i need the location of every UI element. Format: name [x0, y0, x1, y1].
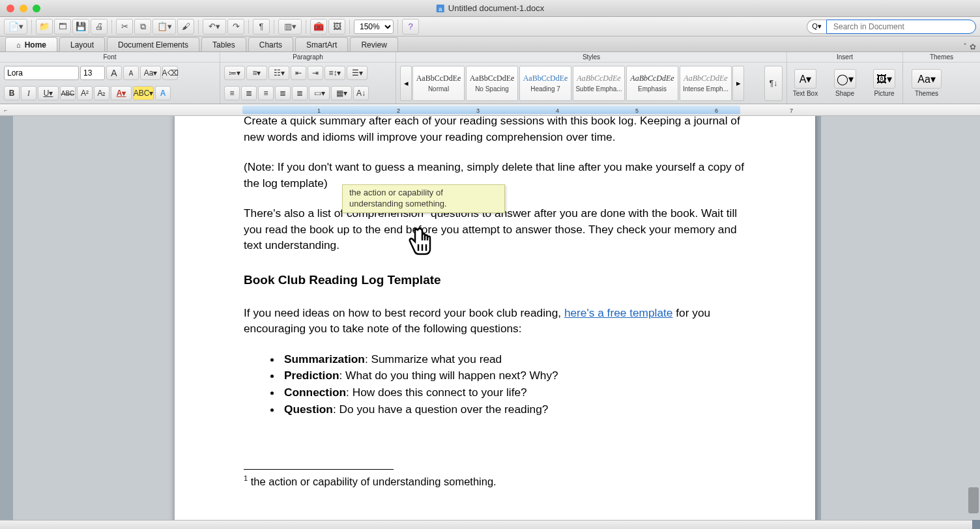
titlebar: a Untitled document-1.docx	[0, 0, 980, 17]
media-browser-button[interactable]: 🖼	[328, 19, 345, 35]
strikethrough-button[interactable]: ABC	[60, 86, 76, 100]
ribbon-tabbar: ⌂Home Layout Document Elements Tables Ch…	[0, 36, 980, 52]
copy-button[interactable]: ⧉	[134, 19, 151, 35]
cut-button[interactable]: ✂	[116, 19, 133, 35]
close-window-button[interactable]	[7, 5, 14, 12]
style-heading7[interactable]: AaBbCcDdEeHeading 7	[519, 66, 571, 101]
highlight-button[interactable]: ABC▾	[133, 86, 154, 100]
minimize-window-button[interactable]	[20, 5, 27, 12]
numbering-button[interactable]: ≡▾	[246, 66, 267, 80]
ribbon-settings-button[interactable]: ✿	[970, 42, 976, 51]
shading-button[interactable]: ▭▾	[309, 86, 330, 100]
tab-charts[interactable]: Charts	[248, 37, 293, 51]
page[interactable]: Create a quick summary after each of you…	[175, 116, 815, 520]
styles-scroll-left[interactable]: ◂	[400, 66, 412, 101]
open-button[interactable]: 📁	[36, 19, 53, 35]
subscript-button[interactable]: A₂	[94, 86, 109, 100]
superscript-button[interactable]: A²	[77, 86, 93, 100]
bullets-button[interactable]: ≔▾	[224, 66, 245, 80]
font-name-input[interactable]	[4, 66, 79, 80]
clear-formatting-button[interactable]: A⌫	[162, 66, 178, 80]
style-nospacing[interactable]: AaBbCcDdEeNo Spacing	[466, 66, 518, 101]
tab-layout[interactable]: Layout	[59, 37, 105, 51]
document-viewport[interactable]: Create a quick summary after each of you…	[0, 116, 980, 520]
zoom-window-button[interactable]	[33, 5, 40, 12]
align-left-button[interactable]: ≡	[224, 86, 240, 100]
format-painter-button[interactable]: 🖌	[177, 19, 194, 35]
align-center-button[interactable]: ≣	[241, 86, 257, 100]
tab-review[interactable]: Review	[350, 37, 397, 51]
list-item[interactable]: Question: Do you have a question over th…	[281, 401, 746, 418]
insert-shape-button[interactable]: ◯▾Shape	[831, 65, 859, 102]
styles-pane-button[interactable]: ¶↓	[764, 66, 783, 101]
page-content[interactable]: Create a quick summary after each of you…	[175, 116, 815, 489]
tab-tables[interactable]: Tables	[201, 37, 246, 51]
styles-group: ◂ AaBbCcDdEeNormal AaBbCcDdEeNo Spacing …	[396, 63, 787, 104]
insert-picture-button[interactable]: 🖼▾Picture	[870, 65, 899, 102]
tab-home[interactable]: ⌂Home	[5, 37, 57, 51]
justify-button[interactable]: ≣	[275, 86, 291, 100]
line-spacing-button[interactable]: ≡↕▾	[324, 66, 345, 80]
font-group: A A Aa▾ A⌫ B I U▾ ABC A² A₂ A▾ ABC▾ A	[0, 63, 220, 104]
hyperlink[interactable]: here's a free template	[564, 306, 673, 319]
font-size-input[interactable]	[80, 66, 105, 80]
save-button[interactable]: 💾	[72, 19, 89, 35]
tab-stop-selector[interactable]: ⌐	[0, 104, 12, 116]
list-item[interactable]: Summarization: Summarize what you read	[281, 351, 746, 367]
search-scope-button[interactable]: Q▾	[807, 20, 826, 34]
word-doc-icon: a	[436, 4, 445, 13]
multilevel-button[interactable]: ☷▾	[268, 66, 289, 80]
text-direction-button[interactable]: ☰▾	[347, 66, 368, 80]
tab-document-elements[interactable]: Document Elements	[107, 37, 199, 51]
home-icon: ⌂	[16, 41, 21, 49]
horizontal-scrollbar[interactable]	[0, 520, 972, 529]
distributed-button[interactable]: ≣	[292, 86, 308, 100]
bold-button[interactable]: B	[4, 86, 20, 100]
borders-button[interactable]: ▦▾	[331, 86, 352, 100]
undo-button[interactable]: ↶▾	[203, 19, 226, 35]
list-item[interactable]: Prediction: What do you thing will happe…	[281, 367, 746, 384]
footnote[interactable]: 1 the action or capability of understand…	[244, 474, 746, 489]
horizontal-ruler[interactable]: ⌐ 1 2 3 4 5 6 7	[0, 104, 980, 116]
search-input[interactable]	[826, 20, 976, 34]
body-paragraph[interactable]: Create a quick summary after each of you…	[244, 116, 746, 145]
style-subtle-emphasis[interactable]: AaBbCcDdEeSubtle Empha...	[573, 66, 625, 101]
styles-scroll-right[interactable]: ▸	[732, 66, 744, 101]
insert-textbox-button[interactable]: A▾Text Box	[791, 65, 820, 102]
style-intense-emphasis[interactable]: AaBbCcDdEeIntense Emph...	[680, 66, 732, 101]
style-emphasis[interactable]: AaBbCcDdEeEmphasis	[626, 66, 678, 101]
change-case-button[interactable]: Aa▾	[140, 66, 161, 80]
sidebar-toggle-button[interactable]: ▥▾	[278, 19, 302, 35]
list-item[interactable]: Connection: How does this connect to you…	[281, 384, 746, 401]
print-button[interactable]: 🖨	[91, 19, 108, 35]
zoom-select[interactable]: 150%	[354, 20, 394, 34]
text-effects-button[interactable]: A	[155, 86, 171, 100]
ribbon-group-labels: Font Paragraph Styles Insert Themes	[0, 52, 980, 63]
font-color-button[interactable]: A▾	[111, 86, 132, 100]
open-url-button[interactable]: 🗔	[54, 19, 71, 35]
sort-button[interactable]: A↓	[353, 86, 369, 100]
italic-button[interactable]: I	[21, 86, 36, 100]
toolbox-button[interactable]: 🧰	[310, 19, 327, 35]
vertical-scrollbar-thumb[interactable]	[968, 487, 979, 513]
show-formatting-button[interactable]: ¶	[253, 19, 270, 35]
tab-smartart[interactable]: SmartArt	[295, 37, 348, 51]
new-doc-button[interactable]: 📄▾	[4, 19, 27, 35]
themes-group: Aa▾Themes	[903, 63, 980, 104]
align-right-button[interactable]: ≡	[258, 86, 274, 100]
pointer-cursor-icon	[406, 225, 435, 256]
decrease-indent-button[interactable]: ⇤	[291, 66, 306, 80]
style-normal[interactable]: AaBbCcDdEeNormal	[412, 66, 465, 101]
themes-button[interactable]: Aa▾Themes	[907, 65, 946, 102]
redo-button[interactable]: ↷	[227, 19, 244, 35]
paste-button[interactable]: 📋▾	[152, 19, 176, 35]
body-paragraph[interactable]: If you need ideas on how to best record …	[244, 305, 746, 337]
underline-button[interactable]: U▾	[38, 86, 59, 100]
bullet-list[interactable]: Summarization: Summarize what you read P…	[244, 351, 746, 417]
heading[interactable]: Book Club Reading Log Template	[244, 272, 746, 289]
help-button[interactable]: ?	[402, 19, 419, 35]
collapse-ribbon-button[interactable]: ˄	[963, 42, 967, 51]
grow-font-button[interactable]: A	[106, 66, 122, 80]
increase-indent-button[interactable]: ⇥	[308, 66, 323, 80]
shrink-font-button[interactable]: A	[123, 66, 139, 80]
